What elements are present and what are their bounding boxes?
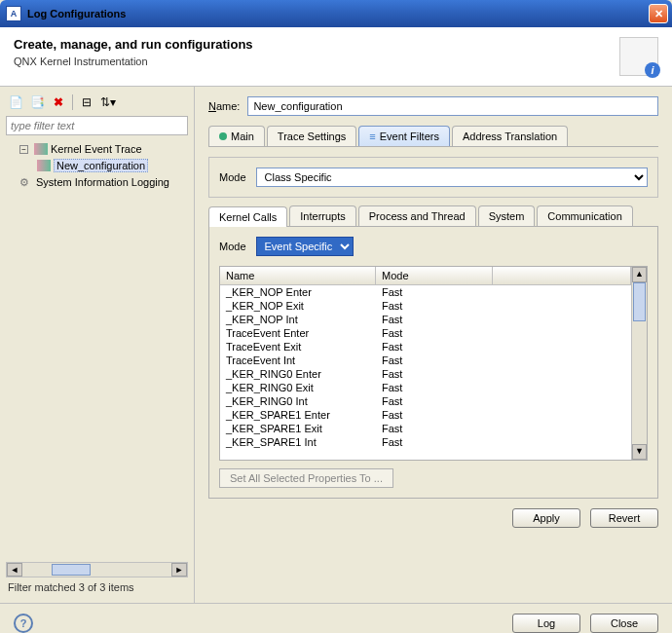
titlebar: A Log Configurations ✕ [0, 0, 672, 27]
table-row[interactable]: _KER_SPARE1 ExitFast [220, 422, 631, 435]
subtab-kernel-calls[interactable]: Kernel Calls [208, 206, 287, 227]
tab-address-translation[interactable]: Address Translation [452, 126, 568, 146]
gear-icon: ⚙ [19, 176, 33, 188]
table-row[interactable]: _KER_SPARE1 EnterFast [220, 408, 631, 422]
cell-name: TraceEvent Int [220, 354, 376, 367]
sub-tabs: Kernel Calls Interrupts Process and Thre… [208, 205, 658, 227]
duplicate-icon[interactable]: 📑 [29, 94, 45, 110]
cell-name: _KER_NOP Int [220, 313, 376, 326]
header-subtitle: QNX Kernel Instrumentation [14, 56, 619, 67]
scroll-thumb[interactable] [52, 564, 91, 576]
cell-name: _KER_SPARE1 Int [220, 435, 376, 449]
filter-menu-icon[interactable]: ⇅▾ [100, 94, 116, 110]
cell-name: _KER_RING0 Enter [220, 367, 376, 381]
table-row[interactable]: _KER_RING0 IntFast [220, 394, 631, 408]
cell-mode: Fast [376, 435, 493, 449]
revert-button[interactable]: Revert [590, 508, 658, 528]
sub-panel: Mode Event Specific Name Mode _KER_NOP E… [208, 227, 658, 499]
sub-mode-select[interactable]: Event Specific [256, 237, 354, 256]
log-button[interactable]: Log [512, 614, 580, 633]
cell-mode: Fast [376, 285, 493, 299]
event-table: Name Mode _KER_NOP EnterFast_KER_NOP Exi… [219, 266, 648, 461]
header-title: Create, manage, and run configurations [14, 37, 619, 52]
delete-icon[interactable]: ✖ [51, 94, 66, 110]
mode-group: Mode Class Specific [208, 157, 658, 198]
help-icon[interactable]: ? [14, 614, 33, 633]
scroll-right-icon[interactable]: ► [171, 563, 187, 577]
dialog-footer: ? Log Close [0, 603, 672, 633]
cell-name: TraceEvent Exit [220, 340, 376, 354]
cell-name: _KER_RING0 Int [220, 394, 376, 408]
close-button[interactable]: Close [590, 614, 658, 633]
col-empty [493, 267, 631, 284]
cell-mode: Fast [376, 299, 493, 313]
cell-name: _KER_RING0 Exit [220, 381, 376, 394]
tree-node-new-configuration[interactable]: New_configuration [6, 157, 188, 174]
cell-mode: Fast [376, 394, 493, 408]
filter-input[interactable] [6, 116, 188, 135]
cell-mode: Fast [376, 354, 493, 367]
sidebar: 📄 📑 ✖ ⊟ ⇅▾ − Kernel Event Trace New_conf… [0, 87, 195, 603]
mode-label: Mode [219, 171, 246, 183]
table-row[interactable]: _KER_RING0 EnterFast [220, 367, 631, 381]
tree-node-system-info-logging[interactable]: ⚙ System Information Logging [6, 174, 188, 190]
name-label: Name: [208, 100, 240, 112]
sidebar-toolbar: 📄 📑 ✖ ⊟ ⇅▾ [6, 93, 188, 116]
tab-trace-settings[interactable]: Trace Settings [267, 126, 357, 146]
config-panel: Name: Main Trace Settings ≡Event Filters… [195, 87, 672, 603]
subtab-communication[interactable]: Communication [537, 205, 632, 226]
tab-event-filters[interactable]: ≡Event Filters [358, 126, 450, 146]
table-row[interactable]: _KER_NOP EnterFast [220, 285, 631, 299]
trace-icon [34, 143, 48, 155]
new-config-icon[interactable]: 📄 [8, 94, 23, 110]
cell-name: _KER_SPARE1 Enter [220, 408, 376, 422]
cell-mode: Fast [376, 422, 493, 435]
mode-select[interactable]: Class Specific [256, 168, 648, 187]
scroll-up-icon[interactable]: ▲ [632, 267, 647, 282]
subtab-process-thread[interactable]: Process and Thread [358, 205, 476, 226]
subtab-interrupts[interactable]: Interrupts [289, 205, 355, 226]
twisty-icon[interactable]: − [19, 145, 28, 154]
col-name[interactable]: Name [220, 267, 376, 284]
tab-main[interactable]: Main [208, 126, 265, 146]
cell-name: TraceEvent Enter [220, 326, 376, 340]
table-row[interactable]: _KER_RING0 ExitFast [220, 381, 631, 394]
dialog-header: Create, manage, and run configurations Q… [0, 27, 672, 87]
table-row[interactable]: TraceEvent IntFast [220, 354, 631, 367]
cell-name: _KER_NOP Enter [220, 285, 376, 299]
window-title: Log Configurations [27, 8, 649, 19]
table-vscrollbar[interactable]: ▲ ▼ [631, 267, 647, 460]
table-row[interactable]: _KER_NOP ExitFast [220, 299, 631, 313]
table-row[interactable]: TraceEvent EnterFast [220, 326, 631, 340]
config-tree: − Kernel Event Trace New_configuration ⚙… [6, 135, 188, 562]
table-row[interactable]: _KER_NOP IntFast [220, 313, 631, 326]
collapse-icon[interactable]: ⊟ [79, 94, 94, 110]
subtab-system[interactable]: System [478, 205, 536, 226]
main-tabs: Main Trace Settings ≡Event Filters Addre… [208, 126, 658, 147]
col-mode[interactable]: Mode [376, 267, 493, 284]
cell-mode: Fast [376, 408, 493, 422]
filter-icon: ≡ [369, 130, 375, 142]
app-icon: A [6, 6, 21, 21]
scroll-down-icon[interactable]: ▼ [632, 444, 647, 460]
scroll-thumb[interactable] [633, 282, 646, 321]
name-input[interactable] [247, 96, 658, 116]
cell-name: _KER_SPARE1 Exit [220, 422, 376, 435]
cell-mode: Fast [376, 381, 493, 394]
scroll-left-icon[interactable]: ◄ [7, 563, 22, 577]
cell-mode: Fast [376, 326, 493, 340]
sidebar-hscrollbar[interactable]: ◄ ► [6, 562, 188, 577]
apply-button[interactable]: Apply [512, 508, 580, 528]
cell-mode: Fast [376, 313, 493, 326]
table-row[interactable]: _KER_SPARE1 IntFast [220, 435, 631, 449]
cell-mode: Fast [376, 340, 493, 354]
trace-icon [37, 160, 51, 171]
sub-mode-label: Mode [219, 241, 246, 252]
table-row[interactable]: TraceEvent ExitFast [220, 340, 631, 354]
set-all-button[interactable]: Set All Selected Properties To ... [219, 468, 393, 488]
cell-name: _KER_NOP Exit [220, 299, 376, 313]
tree-node-kernel-event-trace[interactable]: − Kernel Event Trace [6, 141, 188, 157]
cell-mode: Fast [376, 367, 493, 381]
window-close-button[interactable]: ✕ [649, 4, 668, 23]
filter-status: Filter matched 3 of 3 items [6, 577, 188, 597]
